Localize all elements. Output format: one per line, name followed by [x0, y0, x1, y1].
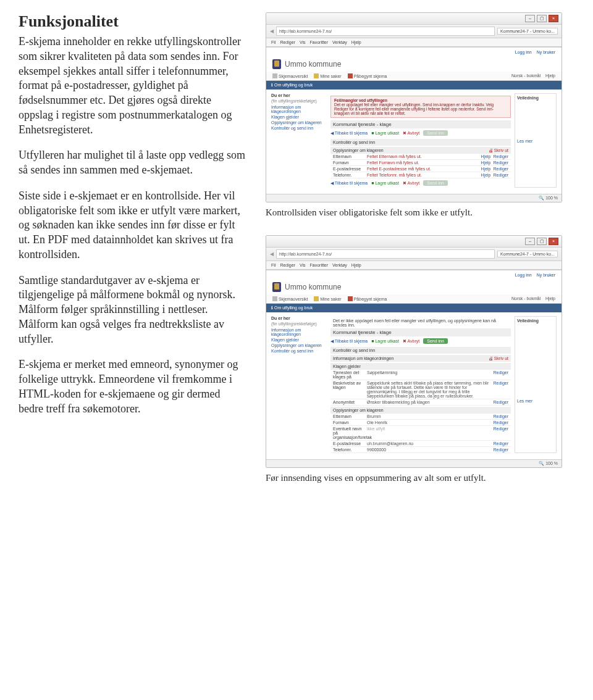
- tab-pabegynt[interactable]: Påbegynt skjema: [348, 73, 387, 78]
- left-nav: Du er her (fin utfyllingsrekkefølge) Inf…: [271, 93, 327, 188]
- crest-icon: [272, 282, 281, 292]
- close-icon[interactable]: ×: [549, 15, 558, 22]
- print-link[interactable]: 🖨 Skriv ut: [489, 148, 508, 152]
- nav-item[interactable]: Opplysninger om klageren: [271, 120, 327, 125]
- tab-skjemaoversikt[interactable]: Skjemaoversikt: [272, 73, 308, 78]
- browser-menu: Fil Rediger Vis Favoritter Verktøy Hjelp: [266, 261, 561, 270]
- print-link[interactable]: 🖨 Skriv ut: [489, 356, 508, 360]
- tab-skjemaoversikt[interactable]: Skjemaoversikt: [272, 296, 308, 301]
- newuser-link[interactable]: Ny bruker: [537, 273, 555, 277]
- edit-link[interactable]: Rediger: [493, 381, 508, 398]
- send-button[interactable]: Send inn: [423, 338, 448, 344]
- edit-link[interactable]: Rediger: [493, 370, 508, 379]
- menu-fav[interactable]: Favoritter: [310, 263, 329, 267]
- maximize-icon[interactable]: ▢: [537, 238, 547, 245]
- nav-subtext: (fin utfyllingsrekkefølge): [271, 99, 327, 103]
- minimize-icon[interactable]: –: [525, 238, 535, 245]
- site-title: Ummo kommune: [285, 283, 341, 291]
- section-kontroller: Kontrollér og send inn: [330, 347, 511, 354]
- save-button[interactable]: ■ Lagre utkast: [371, 181, 399, 185]
- right-figure-column: – ▢ × ◀ http://lab.kommune24-7.no/ Kommu…: [266, 12, 562, 501]
- paragraph: Siste side i e-skjemaet er en kontrollsi…: [19, 189, 247, 262]
- help-link[interactable]: Hjelp: [545, 296, 555, 301]
- section-heading: Funksjonalitet: [19, 12, 247, 31]
- nav-heading: Du er her: [271, 316, 327, 320]
- left-text-column: Funksjonalitet E-skjema inneholder en re…: [19, 12, 247, 501]
- nav-item[interactable]: Opplysninger om klageren: [271, 343, 327, 348]
- menu-verktoy[interactable]: Verktøy: [332, 40, 347, 44]
- address-bar[interactable]: http://lab.kommune24-7.no/: [276, 249, 495, 259]
- address-bar[interactable]: http://lab.kommune24-7.no/: [276, 27, 495, 36]
- tab-mine-saker[interactable]: Mine saker: [314, 73, 341, 78]
- browser-tab[interactable]: Kommune24-7 - Ummo ko...: [497, 28, 558, 35]
- nav-item[interactable]: Klagen gjelder: [271, 115, 327, 119]
- login-link[interactable]: Logg inn: [515, 273, 532, 277]
- figure-caption: Kontrollsiden viser obligatoriske felt s…: [266, 207, 562, 218]
- edit-link[interactable]: Rediger: [493, 173, 508, 177]
- read-more-link[interactable]: Les mer: [517, 139, 554, 143]
- save-button[interactable]: ■ Lagre utkast: [371, 131, 399, 135]
- summary-row: Eventuelt navn på organisasjon/foretakik…: [330, 426, 511, 441]
- edit-link[interactable]: Rediger: [493, 160, 508, 165]
- lang-select[interactable]: Norsk - bokmål: [511, 296, 540, 301]
- help-link[interactable]: Hjelp: [481, 173, 491, 177]
- panel-title: Kommunal tjeneste - klage: [330, 328, 511, 336]
- edit-link[interactable]: Rediger: [493, 400, 508, 404]
- help-link[interactable]: Hjelp: [545, 73, 555, 78]
- summary-row: Telefonnr.99000000Rediger: [330, 447, 511, 453]
- read-more-link[interactable]: Les mer: [517, 399, 554, 403]
- nav-back-icon[interactable]: ◀: [270, 251, 274, 257]
- nav-item[interactable]: Informasjon om klageordningen: [271, 105, 327, 114]
- edit-link[interactable]: Rediger: [493, 154, 508, 159]
- paragraph: Samtlige standardutgaver av e-skjema er …: [19, 273, 247, 347]
- help-panel: Veiledning Les mer: [515, 316, 557, 453]
- menu-rediger[interactable]: Rediger: [280, 40, 295, 44]
- edit-link[interactable]: Rediger: [493, 414, 508, 419]
- help-link[interactable]: Hjelp: [481, 167, 491, 171]
- error-row: FornavnFeltet Fornavn må fylles ut.Hjelp…: [330, 160, 511, 166]
- tab-mine-saker[interactable]: Mine saker: [314, 296, 341, 301]
- save-button[interactable]: ■ Lagre utkast: [371, 339, 399, 343]
- send-button-disabled: Send inn: [423, 130, 448, 136]
- edit-link[interactable]: Rediger: [493, 441, 508, 446]
- maximize-icon[interactable]: ▢: [537, 15, 547, 22]
- edit-link[interactable]: Rediger: [493, 448, 508, 452]
- nav-back-icon[interactable]: ◀: [270, 28, 274, 34]
- help-link[interactable]: Hjelp: [481, 154, 491, 159]
- login-link[interactable]: Logg inn: [515, 50, 532, 54]
- menu-vis[interactable]: Vis: [300, 40, 306, 44]
- edit-link[interactable]: Rediger: [493, 420, 508, 425]
- nav-item[interactable]: Klagen gjelder: [271, 338, 327, 342]
- ok-message: Det er ikke oppdaget noen feil eller man…: [330, 316, 511, 328]
- cancel-button[interactable]: ✖ Avbryt: [403, 339, 419, 344]
- menu-verktoy[interactable]: Verktøy: [332, 263, 347, 267]
- edit-link[interactable]: Rediger: [493, 167, 508, 171]
- back-button[interactable]: ◀ Tilbake til skjema: [330, 131, 368, 136]
- menu-hjelp[interactable]: Hjelp: [351, 263, 361, 267]
- cancel-button[interactable]: ✖ Avbryt: [403, 181, 419, 186]
- menu-hjelp[interactable]: Hjelp: [351, 40, 361, 44]
- figure-caption: Før innsending vises en oppsummering av …: [266, 473, 562, 483]
- browser-tab[interactable]: Kommune24-7 - Ummo ko...: [497, 251, 558, 257]
- menu-vis[interactable]: Vis: [300, 263, 306, 267]
- summary-row: Tjenesten det klages påSøppeltømmingRedi…: [330, 370, 511, 380]
- tab-pabegynt[interactable]: Påbegynt skjema: [348, 296, 387, 301]
- nav-item[interactable]: Kontrollér og send inn: [271, 349, 327, 353]
- menu-fil[interactable]: Fil: [271, 40, 275, 44]
- minimize-icon[interactable]: –: [525, 15, 535, 22]
- nav-item[interactable]: Kontrollér og send inn: [271, 126, 327, 130]
- menu-fil[interactable]: Fil: [271, 263, 275, 267]
- help-link[interactable]: Hjelp: [481, 160, 491, 165]
- menu-fav[interactable]: Favoritter: [310, 40, 329, 44]
- nav-item[interactable]: Informasjon om klageordningen: [271, 328, 327, 336]
- edit-link[interactable]: Rediger: [493, 427, 508, 440]
- close-icon[interactable]: ×: [549, 238, 558, 245]
- paragraph: E-skjema er merket med emneord, synonyme…: [19, 357, 247, 416]
- lang-select[interactable]: Norsk - bokmål: [511, 73, 540, 78]
- newuser-link[interactable]: Ny bruker: [537, 50, 555, 54]
- back-button[interactable]: ◀ Tilbake til skjema: [330, 181, 368, 186]
- paragraph: Utfylleren har mulighet til å laste opp …: [19, 148, 247, 178]
- menu-rediger[interactable]: Rediger: [280, 263, 295, 267]
- back-button[interactable]: ◀ Tilbake til skjema: [330, 339, 368, 344]
- cancel-button[interactable]: ✖ Avbryt: [403, 131, 419, 136]
